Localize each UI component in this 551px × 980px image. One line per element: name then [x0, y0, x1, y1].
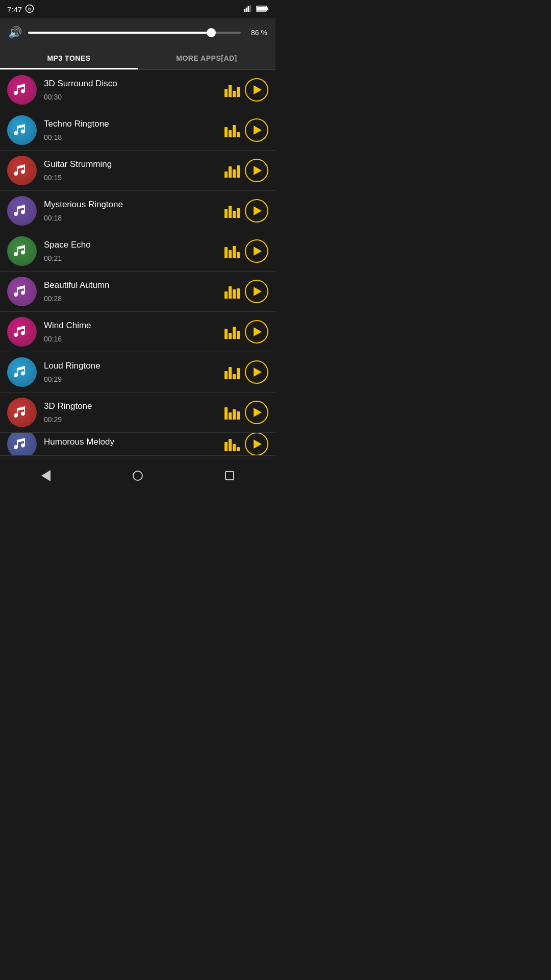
song-avatar-6	[7, 317, 37, 347]
song-item-6: Wind Chime00:16	[0, 312, 276, 352]
song-controls-3	[224, 199, 268, 223]
volume-thumb	[207, 28, 216, 37]
song-info-1: Techno Ringtone00:18	[44, 119, 217, 141]
svg-text:@: @	[28, 7, 32, 11]
song-info-7: Loud Ringtone00:29	[44, 361, 217, 383]
song-item-7: Loud Ringtone00:29	[0, 352, 276, 393]
song-info-2: Guitar Strumming00:15	[44, 159, 217, 182]
play-button-2[interactable]	[245, 159, 268, 182]
bars-icon-3	[224, 204, 240, 218]
bars-icon-9	[224, 437, 240, 451]
bars-icon-4	[224, 244, 240, 258]
recent-icon	[225, 471, 234, 480]
song-title-5: Beautiful Autumn	[44, 280, 217, 290]
home-icon	[133, 471, 143, 481]
play-triangle-8	[254, 408, 262, 417]
play-button-0[interactable]	[245, 78, 268, 102]
song-controls-5	[224, 280, 268, 303]
bars-icon-1	[224, 123, 240, 137]
song-controls-7	[224, 360, 268, 384]
svg-rect-3	[246, 7, 247, 12]
play-button-1[interactable]	[245, 118, 268, 142]
song-item-9: Humorous Melody	[0, 433, 276, 456]
play-triangle-6	[254, 327, 262, 336]
nav-back-button[interactable]	[36, 465, 56, 486]
play-button-7[interactable]	[245, 360, 268, 384]
status-left: 7:47 @	[7, 4, 34, 15]
song-duration-0: 00:30	[44, 93, 217, 101]
song-title-2: Guitar Strumming	[44, 159, 217, 169]
song-title-7: Loud Ringtone	[44, 361, 217, 371]
play-triangle-7	[254, 368, 262, 377]
volume-track	[28, 32, 241, 34]
song-info-4: Space Echo00:21	[44, 240, 217, 262]
nav-bar	[0, 458, 276, 495]
song-avatar-8	[7, 398, 37, 427]
play-button-9[interactable]	[245, 433, 268, 456]
tab-more-apps[interactable]: MORE APPS[AD]	[138, 47, 276, 69]
song-controls-8	[224, 401, 268, 424]
song-title-3: Mysterious Ringtone	[44, 200, 217, 210]
song-duration-2: 00:15	[44, 174, 217, 182]
song-duration-4: 00:21	[44, 254, 217, 262]
volume-fill	[28, 32, 211, 34]
song-duration-3: 00:18	[44, 214, 217, 222]
bars-icon-7	[224, 365, 240, 379]
bars-icon-8	[224, 405, 240, 420]
bars-icon-5	[224, 284, 240, 299]
svg-rect-2	[244, 9, 245, 12]
song-duration-7: 00:29	[44, 375, 217, 383]
play-triangle-2	[254, 166, 262, 175]
song-info-3: Mysterious Ringtone00:18	[44, 200, 217, 222]
play-triangle-4	[254, 247, 262, 256]
song-title-0: 3D Surround Disco	[44, 79, 217, 89]
notification-icon: @	[25, 4, 34, 15]
song-title-9: Humorous Melody	[44, 437, 217, 447]
song-title-1: Techno Ringtone	[44, 119, 217, 129]
volume-slider[interactable]	[28, 32, 241, 34]
song-avatar-7	[7, 357, 37, 387]
bars-icon-6	[224, 325, 240, 339]
svg-rect-8	[257, 7, 266, 11]
song-list: 3D Surround Disco00:30 Techno Ringtone00…	[0, 70, 276, 456]
song-avatar-5	[7, 277, 37, 306]
song-info-9: Humorous Melody	[44, 437, 217, 451]
signal-icon	[244, 5, 253, 14]
tab-mp3-tones[interactable]: MP3 TONES	[0, 47, 138, 69]
song-avatar-9	[7, 433, 37, 456]
play-button-4[interactable]	[245, 239, 268, 263]
tabs: MP3 TONES MORE APPS[AD]	[0, 47, 276, 70]
svg-rect-4	[248, 6, 249, 12]
song-title-8: 3D Ringtone	[44, 401, 217, 411]
song-info-6: Wind Chime00:16	[44, 321, 217, 343]
nav-home-button[interactable]	[128, 465, 148, 486]
back-icon	[41, 470, 51, 481]
nav-recent-button[interactable]	[219, 465, 240, 486]
svg-rect-5	[249, 5, 251, 12]
song-controls-6	[224, 320, 268, 344]
play-button-6[interactable]	[245, 320, 268, 344]
song-item-8: 3D Ringtone00:29	[0, 393, 276, 433]
volume-percent: 86 %	[247, 29, 267, 37]
song-info-0: 3D Surround Disco00:30	[44, 79, 217, 101]
song-item-2: Guitar Strumming00:15	[0, 151, 276, 191]
song-controls-1	[224, 118, 268, 142]
svg-rect-7	[267, 7, 268, 10]
song-avatar-0	[7, 75, 37, 105]
song-avatar-1	[7, 115, 37, 145]
play-triangle-9	[254, 439, 262, 449]
song-duration-8: 00:29	[44, 415, 217, 424]
song-info-8: 3D Ringtone00:29	[44, 401, 217, 424]
song-controls-9	[224, 433, 268, 456]
status-right	[244, 5, 268, 14]
song-controls-2	[224, 159, 268, 182]
play-button-8[interactable]	[245, 401, 268, 424]
play-triangle-1	[254, 126, 262, 135]
play-button-3[interactable]	[245, 199, 268, 223]
song-title-6: Wind Chime	[44, 321, 217, 331]
song-title-4: Space Echo	[44, 240, 217, 250]
bars-icon-0	[224, 83, 240, 97]
song-controls-0	[224, 78, 268, 102]
song-avatar-4	[7, 236, 37, 266]
play-button-5[interactable]	[245, 280, 268, 303]
